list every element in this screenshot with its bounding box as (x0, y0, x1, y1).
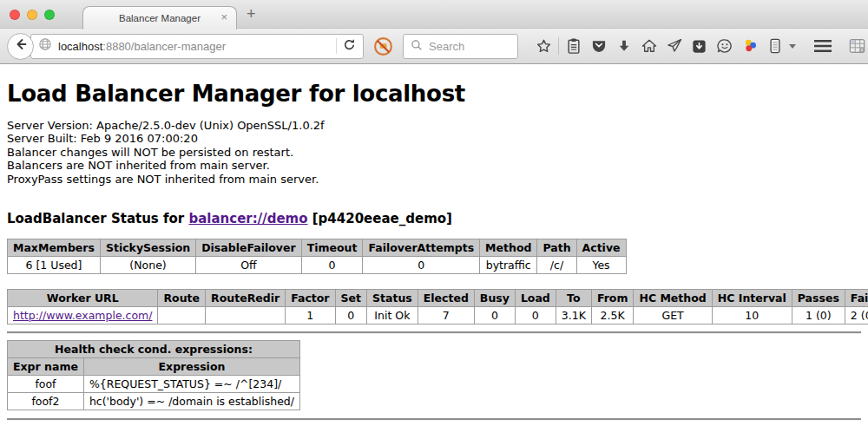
search-input[interactable]: Search (403, 34, 518, 59)
smiley-bubble-icon (716, 37, 733, 55)
cell-route (158, 307, 206, 324)
cell-status: Init Ok (367, 307, 418, 324)
section-divider (7, 331, 861, 334)
cell-set: 0 (335, 307, 366, 324)
col-to: To (556, 290, 591, 307)
balancer-persist-note: Balancer changes will NOT be persisted o… (7, 146, 861, 159)
table-header-row: Worker URL Route RouteRedir Factor Set S… (8, 290, 868, 307)
cell-expr-name: foof2 (8, 393, 84, 410)
table-header-row: MaxMembers StickySession DisableFailover… (8, 239, 627, 257)
col-hc-interval: HC Interval (712, 290, 792, 307)
page-title: Load Balancer Manager for localhost (7, 81, 861, 107)
color-dots-icon (741, 37, 759, 55)
url-path: :8880/balancer-manager (102, 40, 226, 53)
col-maxmembers: MaxMembers (8, 239, 101, 257)
server-version-line: Server Version: Apache/2.5.0-dev (Unix) … (7, 119, 861, 132)
col-expr-name: Expr name (8, 358, 84, 376)
back-arrow-icon (14, 37, 28, 55)
menu-button[interactable] (810, 33, 835, 59)
col-from: From (591, 290, 634, 307)
square-download-icon (691, 38, 707, 55)
clipboard-icon (566, 37, 582, 55)
pocket-icon (590, 37, 608, 55)
cell-failoverattempts: 0 (363, 257, 480, 274)
hamburger-icon (813, 39, 832, 53)
col-route: Route (158, 290, 206, 307)
col-fails: Fails (845, 290, 868, 307)
cell-to: 3.1K (556, 307, 591, 324)
balancer-demo-link[interactable]: balancer://demo (188, 211, 307, 226)
table-title-row: Health check cond. expressions: (8, 341, 300, 358)
table-row: 6 [1 Used] (None) Off 0 0 bytraffic /c/ … (8, 257, 627, 274)
zoom-window-button[interactable] (44, 10, 55, 20)
worker-row: http://www.example.com/ 1 0 Init Ok 7 0 … (8, 307, 868, 324)
table-header-row: Expr name Expression (8, 358, 300, 376)
star-icon (535, 37, 553, 56)
pocket-button[interactable] (586, 33, 611, 59)
send-tab-button[interactable] (661, 33, 687, 59)
site-identity-globe-icon[interactable] (38, 37, 52, 55)
battery-icon (768, 37, 782, 55)
col-active: Active (576, 239, 626, 257)
tab-close-icon[interactable]: × (220, 11, 227, 23)
col-status: Status (367, 290, 418, 307)
worker-table: Worker URL Route RouteRedir Factor Set S… (7, 289, 868, 324)
col-worker-url: Worker URL (8, 290, 158, 307)
col-timeout: Timeout (301, 239, 363, 257)
table-row: foof %{REQUEST_STATUS} =~ /^[234]/ (8, 376, 300, 393)
search-placeholder: Search (429, 40, 464, 53)
search-icon (411, 39, 423, 54)
url-bar[interactable]: localhost:8880/balancer-manager (30, 34, 364, 59)
url-text: localhost:8880/balancer-manager (58, 40, 226, 53)
col-hc-method: HC Method (634, 290, 712, 307)
col-path: Path (537, 239, 576, 257)
grid-extension-button[interactable] (845, 33, 868, 59)
plugin-blocked-icon[interactable] (373, 36, 393, 56)
bottom-divider (7, 418, 861, 421)
new-tab-button[interactable]: + (247, 5, 256, 23)
cell-from: 2.5K (591, 307, 634, 324)
tab-balancer-manager[interactable]: Balancer Manager × (82, 6, 237, 29)
col-expression: Expression (83, 358, 299, 376)
urlbar-divider (336, 38, 337, 54)
status-heading-suffix: [p4420eeae_demo] (308, 211, 452, 226)
cell-passes: 1 (0) (792, 307, 845, 324)
save-extension-button[interactable] (687, 33, 712, 59)
grid-icon (848, 37, 866, 55)
reload-icon[interactable] (343, 38, 356, 55)
browser-window: Balancer Manager × + localhost:8880/bala… (0, 0, 868, 426)
table-row: foof2 hc('body') =~ /domain is establish… (8, 393, 300, 410)
downloads-button[interactable] (611, 33, 636, 59)
chevron-down-icon[interactable] (789, 44, 796, 49)
bookmark-star-button[interactable] (531, 33, 556, 59)
titlebar: Balancer Manager × + (0, 0, 868, 29)
cell-expression: hc('body') =~ /domain is established/ (83, 393, 299, 410)
chat-extension-button[interactable] (712, 33, 737, 59)
page-content: Load Balancer Manager for localhost Serv… (0, 81, 868, 421)
close-window-button[interactable] (10, 10, 20, 20)
col-stickysession: StickySession (100, 239, 195, 257)
cell-maxmembers: 6 [1 Used] (8, 257, 101, 274)
traffic-lights (10, 10, 55, 20)
color-dots-extension-button[interactable] (737, 33, 762, 59)
cell-expression: %{REQUEST_STATUS} =~ /^[234]/ (83, 376, 299, 393)
back-button[interactable] (7, 33, 34, 60)
worker-url-link[interactable]: http://www.example.com/ (13, 309, 152, 322)
minimize-window-button[interactable] (27, 10, 37, 20)
cell-disablefailover: Off (196, 257, 301, 274)
home-button[interactable] (636, 33, 661, 59)
paper-plane-icon (666, 37, 683, 55)
cell-expr-name: foof (8, 376, 84, 393)
home-icon (641, 37, 658, 55)
bookmarks-menu-button[interactable] (561, 33, 586, 59)
col-disablefailover: DisableFailover (196, 239, 301, 257)
cell-load: 0 (515, 307, 556, 324)
battery-extension-button[interactable] (762, 33, 787, 59)
cell-hc-interval: 10 (712, 307, 792, 324)
cell-timeout: 0 (301, 257, 363, 274)
col-elected: Elected (418, 290, 474, 307)
cell-factor: 1 (286, 307, 335, 324)
col-method: Method (480, 239, 537, 257)
health-table-title: Health check cond. expressions: (8, 341, 300, 358)
tab-title: Balancer Manager (119, 13, 201, 23)
